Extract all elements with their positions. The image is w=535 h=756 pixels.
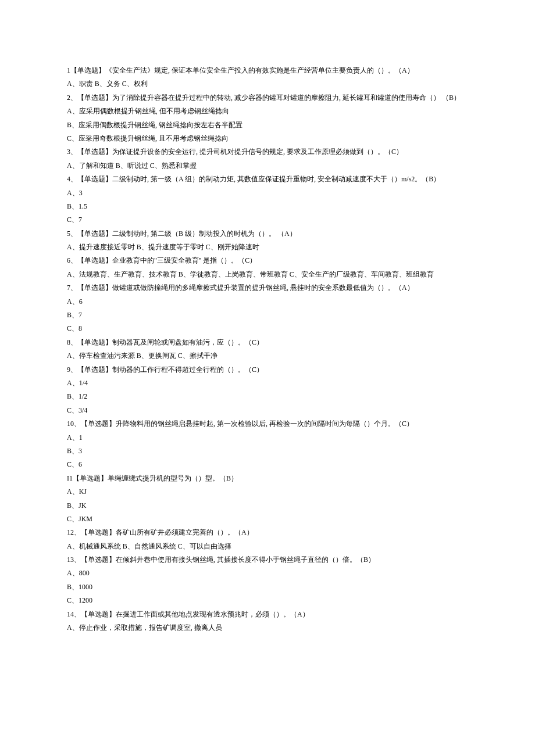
text-line: 14、【单选题】在掘进工作面或其他地点发现有透水预兆时，必须（）。（A） — [67, 608, 468, 621]
text-line: A、800 — [67, 567, 468, 580]
text-line: A、职责 B、义务 C、权利 — [67, 77, 468, 91]
text-line: A、提升速度接近零时 B、提升速度等于零时 C、刚开始降速时 — [67, 241, 468, 254]
text-line: C、JKM — [67, 513, 468, 526]
text-line: A、应采用偶数根提升钢丝绳, 但不用考虑钢丝绳捻向 — [67, 105, 468, 118]
text-line: 7、【单选题】做罐道或做防撞绳用的多绳摩擦式提升装置的提升钢丝绳, 悬挂时的安全… — [67, 281, 468, 295]
text-line: 8、【单选题】制动器瓦及闸轮或闸盘如有油污，应（）。（C） — [67, 336, 468, 349]
text-line: C、应采用奇数根提升钢丝绳, 且不用考虑钢丝绳捻向 — [67, 132, 468, 145]
text-line: B、1000 — [67, 581, 468, 594]
text-line: C、6 — [67, 458, 468, 471]
text-line: B、1/2 — [67, 390, 468, 403]
text-line: A、停止作业，采取措施，报告矿调度室, 撤离人员 — [67, 621, 468, 635]
text-line: 1【单选题】《安全生产法》规定, 保证本单位安全生产投入的有效实施是生产经营单位… — [67, 64, 468, 77]
text-line: A、6 — [67, 295, 468, 309]
text-line: A、停车检查油污来源 B、更换闸瓦 C、擦拭干净 — [67, 349, 468, 363]
text-line: 10、【单选题】升降物料用的钢丝绳启悬挂时起, 第一次检验以后, 再检验一次的间… — [67, 417, 468, 431]
text-line: C、8 — [67, 322, 468, 335]
text-line: 3、【单选题】为保证提升设备的安全运行, 提升司机对提升信号的规定, 要求及工作… — [67, 145, 468, 159]
text-line: C、3/4 — [67, 404, 468, 417]
text-line: A、法规教育、生产教育、技术教育 B、学徒教育、上岗教育、带班教育 C、安全生产… — [67, 268, 468, 281]
text-line: A、1/4 — [67, 377, 468, 390]
text-line: I1【单选题】单绳缠绕式提升机的型号为（）型。（B） — [67, 472, 468, 485]
text-line: A、3 — [67, 187, 468, 200]
text-line: A、1 — [67, 431, 468, 445]
text-line: C、1200 — [67, 594, 468, 607]
text-line: 4、【单选题】二级制动时, 第一级（A 组）的制动力矩, 其数值应保证提升重物时… — [67, 173, 468, 186]
text-line: B、7 — [67, 309, 468, 322]
text-line: C、7 — [67, 213, 468, 227]
text-line: B、1.5 — [67, 200, 468, 213]
text-line: 6、【单选题】企业教育中的"三级安全教育'' 是指（）。（C） — [67, 254, 468, 267]
text-line: 12、【单选题】各矿山所有矿井必须建立完善的（）。（A） — [67, 526, 468, 539]
text-line: 5、【单选题】二级制动时, 第二级（B 级）制动投入的时机为（）。 （A） — [67, 227, 468, 241]
text-line: 9、【单选题】制动器的工作行程不得超过全行程的（）。（C） — [67, 363, 468, 377]
text-line: B、JK — [67, 499, 468, 513]
text-line: A、KJ — [67, 485, 468, 499]
document-page: 1【单选题】《安全生产法》规定, 保证本单位安全生产投入的有效实施是生产经营单位… — [0, 0, 535, 658]
text-line: A、机械通风系统 B、自然通风系统 C、可以自由选择 — [67, 540, 468, 553]
text-line: A、了解和知道 B、听说过 C、熟悉和掌握 — [67, 159, 468, 173]
text-line: 13、【单选题】在倾斜井巷中使用有接头钢丝绳, 其插接长度不得小于钢丝绳子直径的… — [67, 553, 468, 567]
text-line: B、应采用偶数根提升钢丝绳, 钢丝绳捻向按左右各半配置 — [67, 119, 468, 132]
text-line: 2、【单选题】为了消除提升容器在提升过程中的转动, 减少容器的罐耳对罐道的摩擦阻… — [67, 91, 468, 105]
text-line: B、3 — [67, 445, 468, 458]
